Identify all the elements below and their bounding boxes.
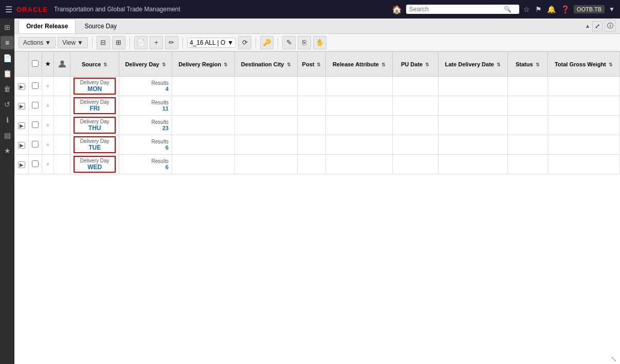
sidebar-info-icon[interactable]: ℹ	[1, 113, 14, 126]
expand-icon[interactable]: ▶	[18, 161, 25, 168]
tab-detach-icon[interactable]: ⤢	[592, 21, 603, 31]
late-delivery-date-col-header[interactable]: Late Delivery Date ⇅	[438, 52, 507, 77]
group-box: Delivery Day MON	[74, 78, 116, 95]
star-cell[interactable]: ★	[42, 155, 54, 174]
group-box: Delivery Day FRI	[74, 97, 116, 114]
person-col-header	[54, 52, 70, 77]
row-star-icon[interactable]: ★	[45, 83, 50, 89]
expand-icon[interactable]: ▶	[18, 142, 25, 149]
expand-icon[interactable]: ▶	[18, 103, 25, 110]
sidebar-list-icon[interactable]: ≡	[1, 36, 14, 49]
filter-dropdown-icon: ▼	[227, 39, 233, 46]
tab-info-icon[interactable]: ⓘ	[605, 20, 616, 32]
hamburger-icon[interactable]: ☰	[5, 5, 12, 14]
expand-icon[interactable]: ▶	[18, 83, 25, 90]
user-dropdown-icon[interactable]: ▼	[609, 6, 615, 13]
new-doc-icon-btn[interactable]: 📄	[134, 36, 148, 49]
star-cell[interactable]: ★	[42, 96, 54, 116]
delivery-day-col-header[interactable]: Delivery Day ⇅	[119, 52, 172, 77]
star-cell[interactable]: ★	[42, 116, 54, 135]
release-attribute-cell	[326, 135, 392, 155]
checkbox-cell[interactable]	[29, 96, 42, 116]
search-input[interactable]	[409, 6, 502, 13]
tab-source-day[interactable]: Source Day	[77, 19, 124, 33]
hand-icon-btn[interactable]: ✋	[313, 36, 326, 49]
post-cell	[297, 135, 326, 155]
sidebar-book-icon[interactable]: 📋	[1, 67, 14, 80]
group-box: Delivery Day TUE	[74, 136, 116, 153]
edit2-icon-btn[interactable]: ✎	[282, 36, 296, 49]
filter-select[interactable]: 4_16 ALL | O ▼	[187, 38, 236, 48]
add-icon-btn[interactable]: +	[150, 36, 163, 49]
results-count: 4	[122, 86, 169, 92]
home-icon[interactable]: 🏠	[392, 5, 402, 14]
edit-icon-btn[interactable]: ✏	[165, 36, 178, 49]
checkbox-cell[interactable]	[29, 77, 42, 96]
sidebar-panel-icon[interactable]: ▤	[1, 129, 14, 142]
help-nav-icon[interactable]: ❓	[561, 5, 570, 13]
checkbox-cell[interactable]	[29, 135, 42, 155]
row-star-icon[interactable]: ★	[45, 141, 50, 148]
table-row: ▶ ★ Delivery Day MON Results 4	[15, 77, 620, 96]
group-icon-btn[interactable]: ⊞	[112, 36, 125, 49]
refresh-icon-btn[interactable]: ⟳	[238, 36, 251, 49]
row-star-icon[interactable]: ★	[45, 102, 50, 108]
source-col-header[interactable]: Source ⇅	[70, 52, 119, 77]
group-label: Delivery Day	[78, 119, 112, 124]
sidebar-star-icon[interactable]: ★	[1, 144, 14, 157]
expand-cell[interactable]: ▶	[15, 135, 29, 155]
view-button[interactable]: View ▼	[58, 37, 88, 48]
star-cell[interactable]: ★	[42, 77, 54, 96]
group-value: THU	[78, 124, 112, 132]
copy-icon-btn[interactable]: ⎘	[298, 36, 311, 49]
expand-cell[interactable]: ▶	[15, 116, 29, 135]
status-col-header[interactable]: Status ⇅	[507, 52, 548, 77]
checkbox-cell[interactable]	[29, 155, 42, 174]
bell-nav-icon[interactable]: 🔔	[547, 5, 556, 13]
select-all-checkbox[interactable]	[32, 60, 39, 67]
row-checkbox[interactable]	[32, 160, 39, 167]
status-sort-icon: ⇅	[536, 62, 540, 67]
arrange-icon-btn[interactable]: ⊟	[97, 36, 110, 49]
post-col-header[interactable]: Post ⇅	[297, 52, 326, 77]
user-badge[interactable]: OOTB.TB	[574, 5, 605, 13]
sidebar-refresh-icon[interactable]: ↺	[1, 98, 14, 111]
late-delivery-date-cell	[438, 135, 507, 155]
row-checkbox[interactable]	[32, 102, 39, 108]
row-checkbox[interactable]	[32, 82, 39, 89]
row-star-icon[interactable]: ★	[45, 161, 50, 167]
destination-city-col-header[interactable]: Destination City ⇅	[234, 52, 297, 77]
tab-collapse-icon[interactable]: ▲	[585, 23, 590, 29]
tab-order-release[interactable]: Order Release	[19, 19, 76, 33]
actions-button[interactable]: Actions ▼	[19, 37, 56, 48]
expand-cell[interactable]: ▶	[15, 96, 29, 116]
checkbox-cell[interactable]	[29, 116, 42, 135]
row-checkbox[interactable]	[32, 141, 39, 148]
flag-nav-icon[interactable]: ⚑	[535, 5, 542, 13]
sidebar-doc-icon[interactable]: 📄	[1, 51, 14, 65]
sidebar-grid-icon[interactable]: ⊞	[1, 21, 14, 34]
release-attribute-col-header[interactable]: Release Attribute ⇅	[326, 52, 392, 77]
results-cell: Results 6	[119, 135, 172, 155]
expand-cell[interactable]: ▶	[15, 155, 29, 174]
expand-icon[interactable]: ▶	[18, 122, 25, 129]
row-star-icon[interactable]: ★	[45, 122, 50, 128]
resize-handle[interactable]: ⤡	[611, 355, 617, 363]
star-cell[interactable]: ★	[42, 135, 54, 155]
group-value: TUE	[78, 144, 112, 151]
row-checkbox[interactable]	[32, 121, 39, 128]
pu-date-col-header[interactable]: PU Date ⇅	[392, 52, 438, 77]
star-nav-icon[interactable]: ☆	[523, 5, 530, 13]
delivery-region-col-header[interactable]: Delivery Region ⇅	[172, 52, 234, 77]
delivery-region-cell	[172, 135, 234, 155]
total-gross-weight-cell	[548, 116, 619, 135]
key-icon-btn[interactable]: 🔑	[260, 36, 273, 49]
total-gross-weight-col-header[interactable]: Total Gross Weight ⇅	[548, 52, 619, 77]
sidebar-delete-icon[interactable]: 🗑	[1, 82, 14, 96]
expand-cell[interactable]: ▶	[15, 77, 29, 96]
pu-date-cell	[392, 155, 438, 174]
toolbar: Actions ▼ View ▼ ⊟ ⊞ 📄 + ✏ 4_16 ALL | O …	[14, 34, 620, 51]
source-person-cell	[54, 96, 70, 116]
destination-city-cell	[234, 155, 297, 174]
late-delivery-date-sort-icon: ⇅	[497, 62, 501, 67]
